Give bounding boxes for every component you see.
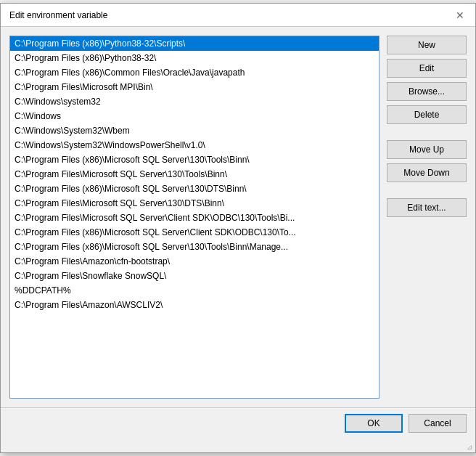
list-item[interactable]: C:\Program Files (x86)\Microsoft SQL Ser… [10, 240, 379, 254]
button-spacer-2 [387, 187, 467, 194]
list-item[interactable]: C:\Program Files (x86)\Common Files\Orac… [10, 65, 379, 80]
list-item[interactable]: C:\Windows\System32\WindowsPowerShell\v1… [10, 138, 379, 152]
move-down-button[interactable]: Move Down [387, 163, 467, 182]
ok-button[interactable]: OK [345, 414, 403, 433]
edit-text-button[interactable]: Edit text... [387, 198, 467, 217]
button-spacer-1 [387, 129, 467, 136]
resize-handle: ⊿ [1, 441, 475, 452]
close-button[interactable]: ✕ [454, 9, 467, 22]
list-item[interactable]: C:\Program Files (x86)\Microsoft SQL Ser… [10, 225, 379, 240]
list-item[interactable]: C:\Program Files\Microsoft MPI\Bin\ [10, 80, 379, 94]
list-item[interactable]: C:\Program Files (x86)\Python38-32\ [10, 51, 379, 65]
list-item[interactable]: C:\Program Files\Microsoft SQL Server\13… [10, 196, 379, 211]
dialog-title: Edit environment variable [9, 10, 107, 20]
list-item[interactable]: %DDCPATH% [10, 283, 379, 298]
delete-button[interactable]: Delete [387, 105, 467, 124]
list-item[interactable]: C:\Program Files\Microsoft SQL Server\13… [10, 167, 379, 182]
edit-button[interactable]: Edit [387, 59, 467, 78]
move-up-button[interactable]: Move Up [387, 140, 467, 159]
list-item[interactable]: C:\Program Files (x86)\Microsoft SQL Ser… [10, 152, 379, 167]
title-bar: Edit environment variable ✕ [1, 4, 475, 27]
new-button[interactable]: New [387, 36, 467, 54]
list-item[interactable]: C:\Program Files\Snowflake SnowSQL\ [10, 269, 379, 283]
dialog-footer: OK Cancel [1, 407, 475, 441]
dialog-content: C:\Program Files (x86)\Python38-32\Scrip… [1, 27, 475, 407]
list-item[interactable]: C:\Program Files\Microsoft SQL Server\Cl… [10, 211, 379, 225]
browse-button[interactable]: Browse... [387, 82, 467, 101]
buttons-panel: New Edit Browse... Delete Move Up Move D… [387, 36, 467, 399]
resize-icon: ⊿ [467, 443, 472, 451]
cancel-button[interactable]: Cancel [409, 414, 467, 433]
list-item[interactable]: C:\Windows\System32\Wbem [10, 123, 379, 138]
edit-env-variable-dialog: Edit environment variable ✕ C:\Program F… [0, 3, 476, 453]
list-item[interactable]: C:\Windows\system32 [10, 94, 379, 109]
list-item[interactable]: C:\Program Files (x86)\Microsoft SQL Ser… [10, 182, 379, 196]
list-item[interactable]: C:\Program Files\Amazon\cfn-bootstrap\ [10, 254, 379, 269]
env-variable-list[interactable]: C:\Program Files (x86)\Python38-32\Scrip… [9, 36, 379, 399]
list-item[interactable]: C:\Program Files\Amazon\AWSCLIV2\ [10, 298, 379, 312]
list-item[interactable]: C:\Program Files (x86)\Python38-32\Scrip… [10, 36, 379, 51]
list-item[interactable]: C:\Windows [10, 109, 379, 123]
